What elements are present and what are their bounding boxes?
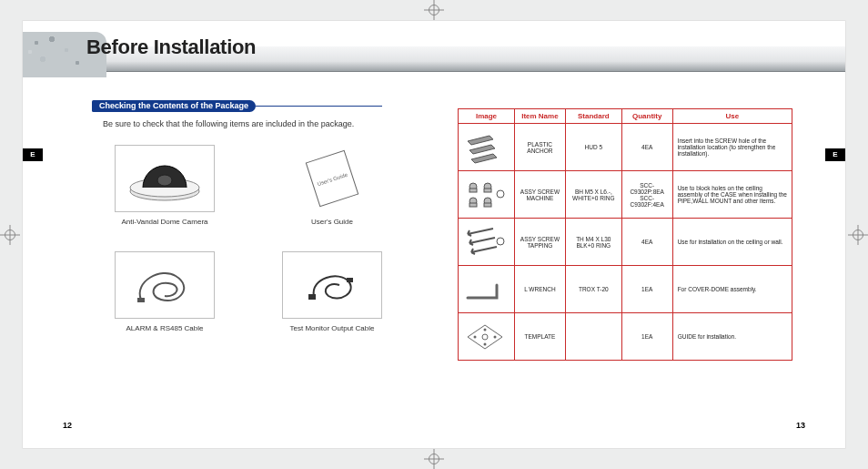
table-row: L WRENCH TROX T-20 1EA For COVER-DOME as… [459, 266, 792, 313]
cell-qty: 4EA [621, 219, 672, 266]
side-tab-right: E [825, 148, 845, 161]
svg-point-20 [494, 335, 497, 338]
svg-rect-10 [484, 189, 491, 192]
cell-qty: SCC-C9302P:8EA SCC-C9302F:4EA [621, 171, 672, 219]
l-wrench-icon [459, 266, 515, 313]
page-left: Before Installation E Checking the Conte… [23, 21, 434, 448]
item-users-guide: User's Guide User's Guide [270, 145, 394, 226]
cell-use: Use for installation on the ceiling or w… [672, 219, 792, 266]
template-icon [459, 313, 515, 361]
section-heading-rule [255, 106, 382, 107]
svg-rect-8 [469, 189, 477, 192]
crop-mark-bottom [424, 449, 444, 469]
alarm-cable-icon [115, 251, 215, 319]
cell-use: Insert into the SCREW hole of the instal… [672, 124, 792, 171]
page-number-left: 12 [63, 421, 72, 430]
cell-qty: 4EA [621, 124, 672, 171]
svg-point-16 [497, 238, 504, 245]
item-alarm-cable: ALARM & RS485 Cable [103, 251, 227, 332]
dome-camera-icon [115, 145, 215, 212]
item-caption: Test Monitor Output Cable [290, 324, 375, 332]
svg-rect-4 [137, 298, 145, 302]
col-standard: Standard [565, 109, 621, 124]
section-heading-label: Checking the Contents of the Package [92, 100, 256, 112]
cell-use: For COVER-DOME assembly. [672, 266, 792, 313]
monitor-cable-icon [282, 251, 382, 319]
machine-screw-icon [459, 171, 515, 219]
users-guide-icon: User's Guide [282, 145, 382, 212]
cell-standard: BH M5 X L6.-, WHITE+0 RING [565, 171, 621, 219]
item-caption: ALARM & RS485 Cable [126, 324, 204, 332]
col-use: Use [672, 109, 792, 124]
cell-name: L WRENCH [514, 266, 565, 313]
crop-mark-top [424, 0, 444, 20]
item-dome-camera: Anti-Vandal Dome Camera [103, 145, 227, 226]
parts-table-header-row: Image Item Name Standard Quantity Use [459, 109, 792, 124]
intro-text: Be sure to check that the following item… [103, 119, 398, 128]
cell-name: ASSY SCREW MACHINE [514, 171, 565, 219]
side-tab: E [23, 148, 43, 161]
cell-name: TEMPLATE [514, 313, 565, 361]
table-row: ASSY SCREW TAPPING TH M4 X L30 BLK+0 RIN… [459, 219, 792, 266]
page-title: Before Installation [86, 36, 256, 59]
page-number-right: 13 [796, 421, 805, 430]
item-caption: Anti-Vandal Dome Camera [121, 218, 207, 226]
svg-rect-5 [308, 294, 316, 300]
crop-mark-left [0, 225, 20, 245]
cell-qty: 1EA [621, 266, 672, 313]
anchor-icon [459, 124, 515, 171]
item-caption: User's Guide [311, 218, 353, 226]
cell-qty: 1EA [621, 313, 672, 361]
cell-name: PLASTIC ANCHOR [514, 124, 565, 171]
svg-point-19 [474, 335, 477, 338]
col-itemname: Item Name [514, 109, 565, 124]
cell-standard: TH M4 X L30 BLK+0 RING [565, 219, 621, 266]
item-monitor-cable: Test Monitor Output Cable [270, 251, 394, 332]
section-heading: Checking the Contents of the Package [92, 99, 382, 113]
cell-standard: TROX T-20 [565, 266, 621, 313]
table-row: ASSY SCREW MACHINE BH M5 X L6.-, WHITE+0… [459, 171, 792, 219]
cell-use: GUIDE for installation. [672, 313, 792, 361]
cell-name: ASSY SCREW TAPPING [514, 219, 565, 266]
table-row: PLASTIC ANCHOR HUD 5 4EA Insert into the… [459, 124, 792, 171]
svg-point-21 [484, 328, 487, 331]
header-banner-right [434, 32, 845, 77]
svg-point-2 [157, 175, 172, 186]
page-spread: Before Installation E Checking the Conte… [23, 21, 845, 448]
svg-rect-14 [484, 203, 491, 207]
cell-standard [565, 313, 621, 361]
svg-point-22 [484, 342, 487, 345]
col-image: Image [459, 109, 515, 124]
tapping-screw-icon [459, 219, 515, 266]
table-row: TEMPLATE 1EA GUIDE for installation. [459, 313, 792, 361]
svg-rect-6 [347, 278, 353, 282]
svg-point-15 [497, 190, 504, 198]
package-items-grid: Anti-Vandal Dome Camera User's Guide Use… [103, 145, 394, 332]
page-right: E Image Item Name Standard Quantity Use [434, 21, 845, 448]
cell-use: Use to block holes on the ceiling assemb… [672, 171, 792, 219]
crop-mark-right [848, 225, 868, 245]
svg-rect-12 [469, 203, 477, 207]
parts-table: Image Item Name Standard Quantity Use [458, 108, 792, 361]
cell-standard: HUD 5 [565, 124, 621, 171]
col-quantity: Quantity [621, 109, 672, 124]
